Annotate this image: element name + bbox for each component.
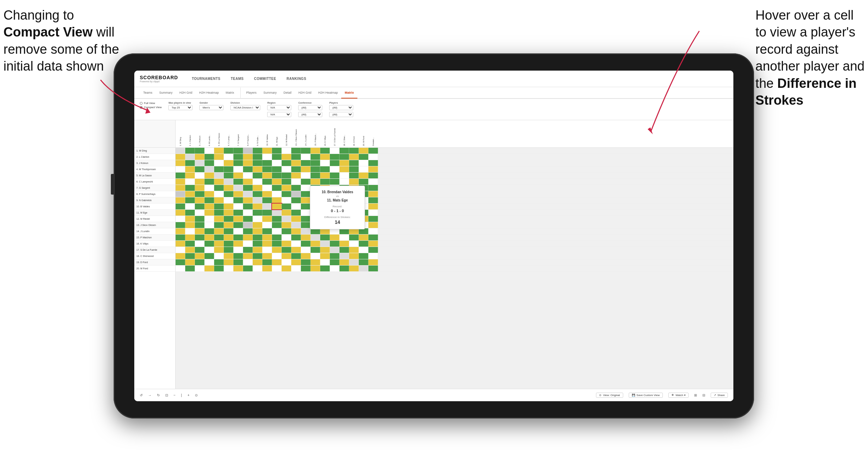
grid-cell[interactable]	[301, 235, 311, 240]
grid-cell[interactable]	[205, 191, 214, 197]
grid-cell[interactable]	[359, 179, 368, 185]
grid-cell-diag[interactable]	[205, 166, 214, 172]
nav-tournaments[interactable]: TOURNAMENTS	[192, 76, 220, 81]
view-original-btn[interactable]: ⊙ View: Original	[596, 393, 623, 398]
grid-cell[interactable]	[195, 241, 205, 247]
grid-cell[interactable]	[282, 241, 291, 247]
grid-cell[interactable]	[185, 222, 195, 228]
grid-cell[interactable]	[224, 160, 233, 166]
nav-committee[interactable]: COMMITTEE	[254, 76, 276, 81]
grid-cell[interactable]	[368, 173, 378, 178]
grid-cell[interactable]	[349, 154, 359, 160]
grid-cell[interactable]	[368, 259, 378, 265]
grid-cell[interactable]	[233, 266, 243, 271]
grid-cell[interactable]	[349, 179, 359, 185]
grid-cell[interactable]	[301, 204, 311, 209]
grid-cell[interactable]	[330, 154, 339, 160]
grid-cell[interactable]	[320, 148, 330, 154]
players-select-2[interactable]: (All)	[329, 112, 353, 117]
grid-cell[interactable]	[205, 185, 214, 191]
grid-cell[interactable]	[359, 160, 368, 166]
grid-cell[interactable]	[233, 148, 243, 154]
grid-cell[interactable]	[195, 235, 205, 240]
grid-cell[interactable]	[291, 148, 301, 154]
grid-cell[interactable]	[339, 179, 349, 185]
grid-cell[interactable]	[195, 173, 205, 178]
grid-cell[interactable]	[233, 228, 243, 234]
grid-cell[interactable]	[233, 210, 243, 216]
grid-cell[interactable]	[224, 253, 233, 259]
grid-cell[interactable]	[359, 148, 368, 154]
grid-cell[interactable]	[253, 259, 262, 265]
grid-cell[interactable]	[359, 173, 368, 178]
grid-cell[interactable]	[311, 241, 320, 247]
grid-cell[interactable]	[214, 154, 224, 160]
grid-cell[interactable]	[205, 173, 214, 178]
grid-cell[interactable]	[339, 247, 349, 253]
grid-cell[interactable]	[176, 166, 185, 172]
grid-cell[interactable]	[262, 253, 272, 259]
grid-cell[interactable]	[320, 173, 330, 178]
grid-cell[interactable]	[243, 173, 253, 178]
grid-cell[interactable]	[262, 216, 272, 222]
grid-cell[interactable]	[253, 235, 262, 240]
grid-cell[interactable]	[282, 191, 291, 197]
grid-cell[interactable]	[195, 179, 205, 185]
watch-btn[interactable]: 👁 Watch ▾	[668, 393, 689, 398]
grid-cell[interactable]	[253, 204, 262, 209]
grid-cell[interactable]	[330, 241, 339, 247]
grid-cell[interactable]	[301, 179, 311, 185]
tab-detail[interactable]: Detail	[280, 87, 295, 98]
grid-cell-diag[interactable]	[311, 235, 320, 240]
grid-cell[interactable]	[224, 210, 233, 216]
grid-cell[interactable]	[349, 253, 359, 259]
grid-cell[interactable]	[243, 266, 253, 271]
grid-cell[interactable]	[214, 253, 224, 259]
grid-cell[interactable]	[368, 247, 378, 253]
grid-cell[interactable]	[185, 228, 195, 234]
grid-cell[interactable]	[291, 210, 301, 216]
grid-cell[interactable]	[233, 166, 243, 172]
grid-cell[interactable]	[176, 259, 185, 265]
grid-cell-diag[interactable]	[243, 191, 253, 197]
region-select-2[interactable]: N/A	[267, 112, 291, 117]
grid-cell[interactable]	[349, 166, 359, 172]
grid-cell[interactable]	[176, 247, 185, 253]
tab-h2h-heatmap-1[interactable]: H2H Heatmap	[196, 87, 222, 98]
grid-cell[interactable]	[195, 247, 205, 253]
grid-cell[interactable]	[224, 216, 233, 222]
grid-cell[interactable]	[311, 148, 320, 154]
grid-cell[interactable]	[311, 173, 320, 178]
grid-cell[interactable]	[224, 222, 233, 228]
grid-cell[interactable]	[205, 259, 214, 265]
forward-icon[interactable]: →	[148, 393, 151, 397]
grid-cell[interactable]	[214, 197, 224, 203]
grid-cell[interactable]	[214, 235, 224, 240]
grid-cell[interactable]	[224, 197, 233, 203]
layout-icon[interactable]: ⊞	[694, 393, 697, 397]
grid-cell[interactable]	[205, 210, 214, 216]
grid-cell[interactable]	[205, 216, 214, 222]
grid-cell[interactable]	[205, 266, 214, 271]
grid-cell[interactable]	[214, 204, 224, 209]
grid-cell[interactable]	[205, 154, 214, 160]
grid-cell[interactable]	[176, 160, 185, 166]
grid-cell[interactable]	[224, 247, 233, 253]
grid-cell[interactable]	[320, 166, 330, 172]
grid-cell[interactable]	[243, 259, 253, 265]
tab-matrix-2[interactable]: Matrix	[341, 87, 357, 98]
grid-cell[interactable]	[272, 173, 282, 178]
max-players-select[interactable]: Top 25	[168, 105, 192, 110]
grid-cell[interactable]	[282, 197, 291, 203]
grid-cell[interactable]	[291, 160, 301, 166]
grid-cell[interactable]	[205, 148, 214, 154]
grid-cell[interactable]	[195, 216, 205, 222]
grid-cell[interactable]	[282, 154, 291, 160]
grid-cell[interactable]	[176, 235, 185, 240]
grid-cell[interactable]	[301, 253, 311, 259]
grid-cell[interactable]	[368, 253, 378, 259]
grid-cell[interactable]	[291, 154, 301, 160]
grid-cell[interactable]	[205, 197, 214, 203]
grid-cell[interactable]	[253, 179, 262, 185]
grid-cell[interactable]	[349, 235, 359, 240]
